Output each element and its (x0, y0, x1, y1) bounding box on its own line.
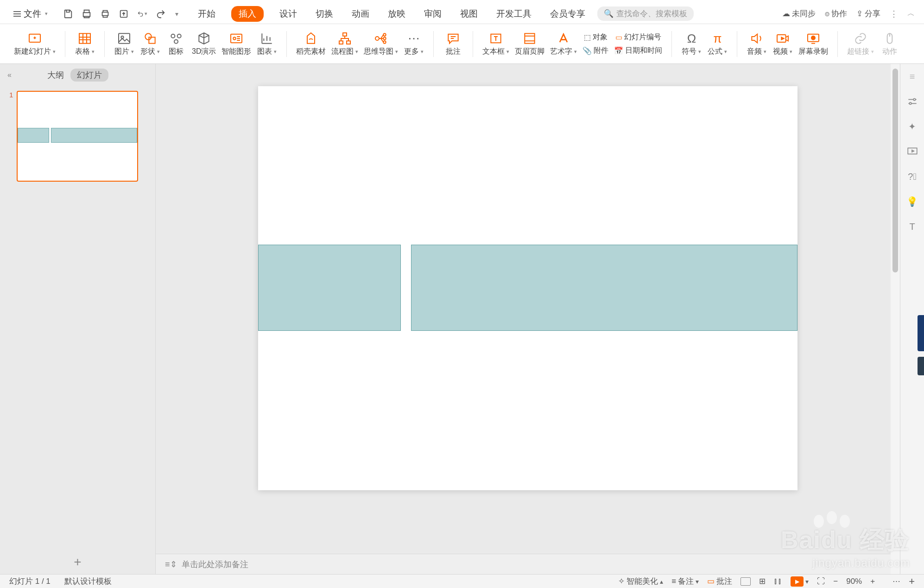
svg-rect-13 (343, 33, 347, 36)
notes-toggle[interactable]: ≡备注▾ (671, 576, 699, 587)
textbox-button[interactable]: 文本框▾ (480, 30, 512, 57)
collab-button[interactable]: ⌾协作 (825, 8, 847, 19)
comments-toggle[interactable]: ▭批注 (707, 576, 732, 587)
flowchart-icon (337, 31, 352, 46)
svg-point-12 (234, 37, 236, 39)
outline-tab[interactable]: 大纲 (47, 70, 64, 81)
headerfooter-button[interactable]: 页眉页脚 (512, 30, 547, 57)
sync-button[interactable]: ☁未同步 (782, 8, 816, 19)
tab-slideshow[interactable]: 放映 (385, 6, 408, 22)
rail-drawer-handle-2[interactable] (918, 357, 924, 375)
tab-view[interactable]: 视图 (457, 6, 481, 22)
fit-button[interactable]: ⛶ (817, 577, 825, 586)
slide-canvas[interactable] (258, 86, 797, 490)
add-slide-button[interactable]: + (0, 550, 155, 574)
status-more[interactable]: ⋯ (892, 576, 900, 586)
speaker-icon (749, 31, 764, 46)
view-sorter[interactable]: ⊞ (759, 576, 766, 586)
share-icon: ⇪ (856, 9, 863, 19)
docer-button[interactable]: 稻壳素材 (293, 30, 329, 57)
tab-transition[interactable]: 切换 (313, 6, 336, 22)
share-button[interactable]: ⇪分享 (856, 8, 880, 19)
audio-button[interactable]: 音频▾ (744, 30, 770, 57)
screenrec-button[interactable]: 屏幕录制 (796, 30, 831, 57)
view-reading[interactable]: ⫿⫿ (774, 577, 782, 586)
ribbon-insert: 新建幻灯片▾ 表格▾ 图片▾ 形状▾ 图标 3D演示 智能图形 图表▾ 稻壳素材… (0, 24, 924, 64)
icon-button[interactable]: 图标 (163, 30, 189, 57)
vertical-scrollbar[interactable] (891, 64, 900, 574)
comment-button[interactable]: 批注 (440, 30, 466, 57)
zoom-out[interactable]: − (833, 577, 838, 586)
redo-icon[interactable] (156, 9, 166, 19)
table-button[interactable]: 表格▾ (72, 30, 98, 57)
more-menu-icon[interactable]: ⋮ (890, 9, 898, 19)
mindmap-button[interactable]: 思维导图▾ (361, 30, 401, 57)
beautify-button[interactable]: ✧智能美化▴ (618, 576, 663, 587)
svg-rect-3 (79, 33, 90, 43)
zoom-in[interactable]: + (870, 577, 875, 586)
object-button[interactable]: ⬚对象 (580, 32, 611, 43)
slides-tab[interactable]: 幻灯片 (70, 69, 108, 82)
person-icon: ⌾ (825, 9, 829, 19)
view-normal[interactable] (740, 577, 751, 586)
svg-point-9 (177, 34, 181, 38)
export-icon[interactable] (119, 9, 129, 19)
attach-button[interactable]: 📎附件 (580, 45, 611, 57)
search-box[interactable]: 🔍 查找命令、搜索模板 (597, 6, 694, 21)
svg-point-18 (384, 37, 386, 39)
print-icon[interactable] (100, 9, 110, 19)
svg-point-27 (909, 102, 911, 104)
picture-button[interactable]: 图片▾ (111, 30, 137, 57)
slidenum-button[interactable]: ▭幻灯片编号 (611, 32, 665, 43)
tab-design[interactable]: 设计 (277, 6, 300, 22)
shape-rectangle-1[interactable] (258, 245, 401, 331)
rail-drawer-handle-1[interactable] (918, 315, 924, 351)
tab-review[interactable]: 审阅 (421, 6, 444, 22)
more-button[interactable]: ⋯更多▾ (401, 30, 427, 57)
smartart-button[interactable]: 智能图形 (219, 30, 254, 57)
notes-pane[interactable]: ≡⇕ 单击此处添加备注 (156, 554, 900, 574)
shape-rectangle-2[interactable] (411, 245, 797, 331)
equation-button[interactable]: π公式▾ (704, 30, 730, 57)
zoom-level[interactable]: 90% (846, 577, 862, 586)
template-name: 默认设计模板 (64, 576, 112, 587)
tab-home[interactable]: 开始 (195, 6, 218, 22)
dots-icon: ⋯ (406, 31, 421, 46)
symbol-button[interactable]: Ω符号▾ (678, 30, 704, 57)
new-slide-button[interactable]: 新建幻灯片▾ (11, 30, 58, 57)
slide-thumbnail-1[interactable] (17, 91, 138, 182)
flowchart-button[interactable]: 流程图▾ (329, 30, 361, 57)
shape-button[interactable]: 形状▾ (137, 30, 163, 57)
status-add[interactable]: + (909, 575, 915, 588)
idea-icon[interactable]: 💡 (906, 196, 918, 208)
tab-developer[interactable]: 开发工具 (494, 6, 534, 22)
print-preview-icon[interactable] (82, 9, 92, 19)
rail-handle-icon[interactable]: ≡ (906, 70, 918, 82)
file-menu[interactable]: 文件 ▾ (9, 6, 52, 22)
qat-customize-icon[interactable]: ▾ (175, 10, 178, 18)
tab-animation[interactable]: 动画 (349, 6, 372, 22)
chart-button[interactable]: 图表▾ (254, 30, 280, 57)
tab-member[interactable]: 会员专享 (547, 6, 588, 22)
present-icon[interactable] (906, 145, 918, 158)
settings-icon[interactable] (906, 95, 918, 107)
notes-toggle-icon[interactable]: ≡⇕ (165, 559, 177, 569)
undo-icon[interactable]: ▾ (137, 9, 147, 19)
svg-point-8 (171, 34, 175, 38)
wordart-button[interactable]: 艺术字▾ (547, 30, 580, 57)
watermark-paw (814, 515, 850, 528)
video-button[interactable]: 视频▾ (770, 30, 796, 57)
text-icon[interactable]: T (906, 221, 918, 233)
datetime-button[interactable]: 📅日期和时间 (611, 45, 665, 57)
collapse-ribbon-icon[interactable]: ︿ (907, 9, 915, 19)
collapse-panel-icon[interactable]: « (7, 71, 12, 79)
save-icon[interactable] (63, 9, 73, 19)
help-icon[interactable]: ?⃝ (906, 171, 918, 183)
3d-button[interactable]: 3D演示 (189, 30, 219, 57)
view-slideshow[interactable]: ▶▾ (791, 576, 809, 587)
link-icon (853, 31, 868, 46)
tab-insert[interactable]: 插入 (231, 6, 264, 22)
magic-icon[interactable]: ✦ (906, 120, 918, 133)
ribbon-tabs: 开始 插入 设计 切换 动画 放映 审阅 视图 开发工具 会员专享 (195, 6, 588, 22)
statusbar: 幻灯片 1 / 1 默认设计模板 ✧智能美化▴ ≡备注▾ ▭批注 ⊞ ⫿⫿ ▶▾… (0, 574, 924, 588)
